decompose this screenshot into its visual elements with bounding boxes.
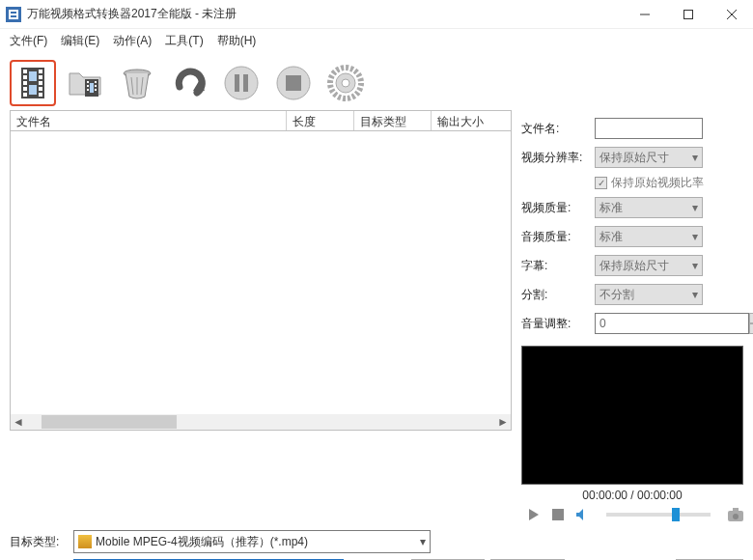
pause-icon [222,64,261,102]
col-target[interactable]: 目标类型 [354,111,432,130]
chevron-down-icon: ▾ [420,535,426,548]
menu-edit[interactable]: 编辑(E) [61,33,99,49]
svg-rect-13 [23,93,27,97]
scroll-right-icon[interactable]: ► [495,414,511,430]
redo-arrow-icon [170,64,209,102]
preview-area [521,346,743,485]
pause-button[interactable] [218,60,265,106]
vquality-select[interactable]: 标准▾ [595,197,703,218]
svg-rect-2 [11,12,16,14]
svg-rect-18 [39,93,42,97]
svg-rect-1 [9,10,18,19]
subtitle-label: 字幕: [521,258,595,274]
horizontal-scrollbar[interactable]: ◄ ► [11,414,511,430]
svg-rect-5 [683,10,692,18]
chevron-down-icon: ▾ [692,230,698,243]
aquality-select[interactable]: 标准▾ [595,226,703,247]
stop-icon [274,64,313,102]
volume-slider[interactable] [606,513,711,517]
subtitle-select[interactable]: 保持原始尺寸▾ [595,255,703,276]
titlebar: 万能视频格式转换器2017全能版 - 未注册 [0,0,753,29]
list-header: 文件名 长度 目标类型 输出大小 [10,110,512,131]
volume-label: 音量调整: [521,316,595,332]
slider-thumb[interactable] [672,508,680,521]
menu-action[interactable]: 动作(A) [113,33,152,49]
delete-button[interactable] [114,60,160,106]
keep-ratio-checkbox[interactable]: ✓保持原始视频比率 [595,172,743,193]
svg-rect-41 [552,509,564,520]
svg-rect-17 [39,87,42,91]
play-icon[interactable] [527,508,541,521]
chevron-down-icon: ▾ [692,259,698,272]
chevron-down-icon: ▾ [692,201,698,214]
add-folder-button[interactable] [62,60,108,106]
col-length[interactable]: 长度 [287,111,354,130]
svg-rect-19 [29,71,37,81]
svg-rect-37 [286,75,301,91]
svg-rect-34 [235,74,239,92]
filename-label: 文件名: [521,121,595,137]
menu-help[interactable]: 帮助(H) [217,33,257,49]
svg-rect-16 [39,81,42,85]
svg-point-40 [342,79,349,87]
svg-rect-23 [87,85,89,87]
toolbar [0,52,753,110]
menu-file[interactable]: 文件(F) [10,33,47,49]
chevron-down-icon: ▾ [692,288,698,301]
svg-rect-22 [87,81,89,83]
svg-rect-10 [23,75,27,79]
gear-icon [326,64,365,102]
svg-rect-24 [87,89,89,91]
resolution-select[interactable]: 保持原始尺寸▾ [595,147,703,168]
svg-rect-11 [23,81,27,85]
bottom-panel: 目标类型: Mobile MPEG-4视频编码（推荐）(*.mp4) ▾ 输出目… [0,521,753,560]
split-label: 分割: [521,287,595,303]
svg-point-33 [225,67,258,99]
resolution-label: 视频分辨率: [521,150,595,166]
volume-stepper[interactable]: ▲▼ [595,313,703,334]
vquality-label: 视频质量: [521,200,595,216]
aquality-label: 音频质量: [521,229,595,245]
add-file-button[interactable] [10,60,56,106]
scroll-left-icon[interactable]: ◄ [11,414,26,430]
list-body[interactable]: ◄ ► [10,131,512,431]
minimize-button[interactable] [623,0,666,29]
stop-small-icon[interactable] [552,509,564,520]
spin-down-icon[interactable]: ▼ [749,323,753,334]
svg-rect-20 [29,85,37,95]
file-list-panel: 文件名 长度 目标类型 输出大小 ◄ ► [10,110,512,521]
split-select[interactable]: 不分割▾ [595,284,703,305]
scroll-thumb[interactable] [42,415,177,429]
svg-point-43 [733,514,739,519]
filename-field[interactable] [595,118,703,139]
time-display: 00:00:00 / 00:00:00 [521,489,743,502]
col-name[interactable]: 文件名 [11,111,287,130]
svg-rect-26 [95,85,97,87]
svg-rect-9 [23,70,27,73]
svg-rect-12 [23,87,27,91]
app-icon [6,7,21,22]
svg-rect-14 [39,70,42,73]
svg-rect-25 [95,81,97,83]
stop-button[interactable] [270,60,317,106]
player-controls [521,508,743,521]
svg-rect-35 [243,74,248,92]
maximize-button[interactable] [666,0,710,29]
target-type-select[interactable]: Mobile MPEG-4视频编码（推荐）(*.mp4) ▾ [73,530,431,553]
settings-button[interactable] [322,60,369,106]
close-button[interactable] [710,0,753,29]
menu-tools[interactable]: 工具(T) [165,33,203,49]
film-icon [15,66,50,100]
svg-rect-27 [95,89,97,91]
film-small-icon [78,535,92,548]
col-size[interactable]: 输出大小 [432,111,511,130]
target-type-label: 目标类型: [10,534,68,550]
properties-panel: 文件名: 视频分辨率:保持原始尺寸▾ ✓保持原始视频比率 视频质量:标准▾ 音频… [521,110,743,521]
spin-up-icon[interactable]: ▲ [749,313,753,323]
svg-rect-15 [39,75,42,79]
trash-icon [118,64,156,102]
checkbox-icon: ✓ [595,177,607,189]
camera-icon[interactable] [728,508,743,521]
convert-button[interactable] [166,60,212,106]
speaker-icon[interactable] [575,508,589,521]
